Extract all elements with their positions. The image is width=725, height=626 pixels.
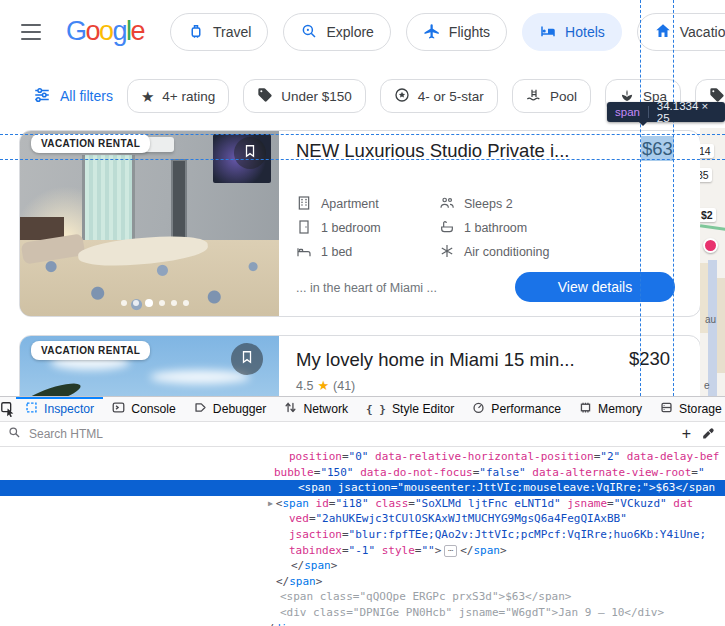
markup-row[interactable]: bubble="150" data-do-not-focus="false" d… — [0, 465, 725, 481]
star-icon: ★ — [317, 378, 329, 393]
filter-chip-pool[interactable]: Pool — [512, 79, 591, 113]
bed-icon — [296, 243, 312, 262]
carousel-dot[interactable] — [121, 300, 127, 306]
listing-price-highlighted[interactable]: $63 — [641, 136, 674, 161]
logo-letter: o — [99, 16, 113, 46]
listing-rating: 4.5 ★ (41) — [296, 378, 355, 393]
amenity-label: Air conditioning — [464, 245, 549, 259]
bookmark-icon — [240, 348, 254, 370]
carousel-dot-active[interactable] — [145, 299, 153, 307]
eyedropper-button[interactable] — [699, 427, 725, 441]
inspector-infobar-tooltip: span 34.1334 × 25 — [607, 102, 725, 122]
storage-icon — [660, 401, 673, 417]
filter-chip-rating[interactable]: ★ 4+ rating — [127, 79, 229, 113]
amenity-label: 1 bedroom — [321, 221, 381, 235]
map-panel-edge[interactable]: 14 35 $2 au e — [700, 128, 725, 396]
all-filters-label: All filters — [60, 88, 113, 104]
save-bookmark-button[interactable] — [234, 137, 266, 169]
performance-icon — [472, 401, 485, 417]
carousel-dot[interactable] — [171, 300, 177, 306]
amenity-item: Apartment — [296, 192, 439, 216]
filter-chip-star-class[interactable]: 4- or 5-star — [380, 79, 498, 113]
save-bookmark-button[interactable] — [231, 343, 263, 375]
map-building-block — [717, 278, 725, 373]
markup-row[interactable]: <div class="DPNIGe PN0Hcb" jsname="W6gdT… — [0, 605, 725, 621]
tab-performance[interactable]: Performance — [463, 397, 570, 421]
house-icon — [654, 22, 672, 43]
nav-pill-travel[interactable]: Travel — [170, 13, 268, 51]
debugger-icon — [194, 401, 207, 417]
devtools-tab-bar: Inspector Console Debugger Network { } S… — [0, 397, 725, 422]
markup-row[interactable]: </span> — [0, 558, 725, 574]
listing-title[interactable]: My lovely home in Miami 15 min... — [296, 349, 636, 371]
view-details-button[interactable]: View details — [515, 272, 675, 302]
markup-row-selected[interactable]: <span jsaction="mouseenter:JttVIc;mousel… — [0, 480, 725, 496]
amenity-item: 1 bedroom — [296, 216, 439, 240]
tab-label: Network — [303, 402, 348, 416]
rating-value: 4.5 — [296, 379, 313, 393]
console-icon — [112, 401, 125, 417]
star-circle-icon — [394, 87, 410, 106]
markup-row[interactable]: tabindex="-1" style="">⋯</span> — [0, 543, 725, 559]
tab-network[interactable]: Network — [275, 397, 357, 421]
amenity-label: 1 bathroom — [464, 221, 527, 235]
eyedropper-icon — [701, 427, 715, 441]
carousel-dots — [121, 299, 189, 307]
nav-pill-explore[interactable]: Explore — [283, 13, 390, 51]
vacation-rental-badge: VACATION RENTAL — [31, 134, 150, 153]
amenity-label: Apartment — [321, 197, 379, 211]
markup-row[interactable]: jsaction="blur:fpfTEe;QAo2v:JttVIc;pcMPc… — [0, 527, 725, 543]
nav-pill-flights[interactable]: Flights — [406, 13, 507, 51]
map-price-marker[interactable]: $2 — [700, 208, 716, 222]
map-price-marker[interactable]: 35 — [700, 168, 712, 182]
inspector-guide-vertical-left — [640, 0, 641, 396]
hamburger-menu-icon[interactable] — [21, 24, 41, 40]
pick-element-icon — [0, 401, 16, 417]
tab-storage[interactable]: Storage — [651, 397, 725, 421]
top-app-bar: Google Travel Explore Flights Hotels Vac… — [0, 0, 725, 64]
tune-icon — [33, 86, 51, 107]
amenity-label: 1 bed — [321, 245, 352, 259]
markup-row[interactable]: <span class="qQOQpe ERGPc prxS3d">$63</s… — [0, 589, 725, 605]
tab-label: Style Editor — [392, 402, 454, 416]
logo-letter: o — [86, 16, 100, 46]
tab-label: Console — [131, 402, 176, 416]
markup-row[interactable]: </span> — [0, 574, 725, 590]
amenity-label: Sleeps 2 — [464, 197, 513, 211]
listing-price[interactable]: $230 — [629, 348, 670, 370]
markup-row[interactable]: ▶<span id="i18" class="SoXLMd ljtFnc eLN… — [0, 496, 725, 512]
nav-pill-hotels[interactable]: Hotels — [522, 13, 622, 51]
amenity-item: Sleeps 2 — [439, 192, 549, 216]
tab-debugger[interactable]: Debugger — [185, 397, 276, 421]
tab-memory[interactable]: Memory — [570, 397, 651, 421]
listing-snippet: ... in the heart of Miami ... — [296, 281, 437, 295]
search-html-input[interactable] — [27, 426, 673, 442]
add-node-button[interactable]: + — [674, 426, 699, 442]
tab-console[interactable]: Console — [103, 397, 185, 421]
nav-pill-vacation-rentals[interactable]: Vacation rentals — [637, 13, 725, 51]
map-street-label: e — [704, 380, 710, 391]
carousel-dot[interactable] — [133, 300, 139, 306]
markup-row[interactable]: ved="2ahUKEwjc3tCUlOSKAxWJtMUCHYG9MgsQ6a… — [0, 511, 725, 527]
devtools-search-row: + — [0, 422, 725, 447]
filter-chip-under-150[interactable]: Under $150 — [243, 79, 366, 113]
carousel-dot[interactable] — [159, 300, 165, 306]
tab-label: Debugger — [213, 402, 267, 416]
markup-rows: position="0" data-relative-horizontal-po… — [0, 449, 725, 626]
inspector-guide-horizontal-bottom — [0, 159, 725, 160]
all-filters-button[interactable]: All filters — [33, 86, 113, 107]
markup-row[interactable]: </div> — [0, 621, 725, 626]
markup-row[interactable]: position="0" data-relative-horizontal-po… — [0, 449, 725, 465]
google-logo[interactable]: Google — [66, 16, 144, 47]
map-price-marker[interactable]: 14 — [700, 144, 714, 158]
nav-pill-label: Explore — [326, 24, 373, 40]
tab-style-editor[interactable]: { } Style Editor — [357, 397, 463, 421]
tab-label: Memory — [598, 402, 642, 416]
pick-element-button[interactable] — [0, 397, 16, 421]
network-icon — [284, 401, 297, 417]
carousel-dot[interactable] — [183, 300, 189, 306]
vacation-rental-badge: VACATION RENTAL — [31, 341, 150, 360]
pool-icon — [526, 87, 542, 106]
tab-inspector[interactable]: Inspector — [16, 397, 103, 421]
map-pin[interactable] — [703, 238, 718, 253]
